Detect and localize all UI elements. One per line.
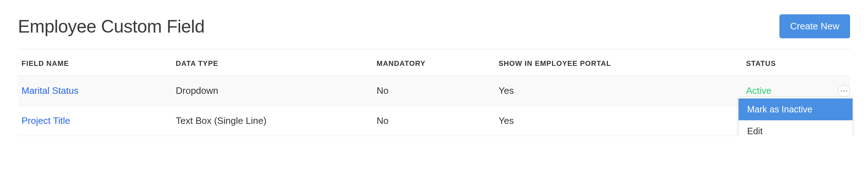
col-header-field-name: Field Name (18, 49, 172, 76)
col-header-status: Status (742, 49, 850, 76)
create-new-button[interactable]: Create New (779, 14, 850, 38)
cell-data-type: Dropdown (172, 76, 373, 106)
col-header-show-in-portal: Show in Employee Portal (495, 49, 742, 76)
field-name-link[interactable]: Marital Status (22, 85, 79, 96)
page-container: Employee Custom Field Create New Field N… (0, 0, 868, 136)
cell-show-in-portal: Yes (495, 76, 742, 106)
menu-item-edit[interactable]: Edit (739, 120, 853, 136)
cell-data-type: Text Box (Single Line) (172, 106, 373, 136)
custom-fields-table: Field Name Data Type Mandatory Show in E… (18, 49, 850, 136)
table-row: Marital Status Dropdown No Yes Active Ma… (18, 76, 850, 106)
dots-icon (843, 90, 845, 92)
col-header-data-type: Data Type (172, 49, 373, 76)
row-actions-button[interactable] (838, 85, 850, 97)
menu-item-mark-inactive[interactable]: Mark as Inactive (739, 98, 853, 120)
page-title: Employee Custom Field (18, 16, 204, 37)
cell-show-in-portal: Yes (495, 106, 742, 136)
col-header-mandatory: Mandatory (373, 49, 495, 76)
dots-icon (846, 90, 847, 92)
table-header-row: Field Name Data Type Mandatory Show in E… (18, 49, 850, 76)
field-name-link[interactable]: Project Title (22, 115, 70, 126)
status-badge: Active (746, 85, 772, 96)
row-actions-menu: Mark as Inactive Edit Delete (738, 97, 853, 136)
cell-mandatory: No (373, 76, 495, 106)
table-row: Project Title Text Box (Single Line) No … (18, 106, 850, 136)
cell-mandatory: No (373, 106, 495, 136)
page-header: Employee Custom Field Create New (18, 14, 850, 49)
dots-icon (841, 90, 842, 92)
